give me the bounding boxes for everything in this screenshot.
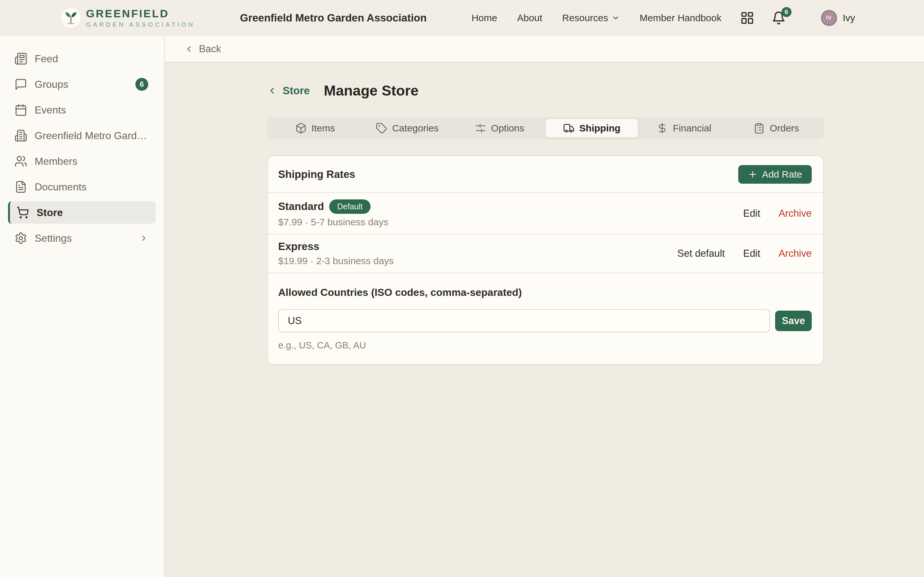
notification-count-badge: 6 (782, 7, 792, 17)
tab-financial[interactable]: Financial (638, 119, 730, 137)
cart-icon (16, 206, 29, 219)
rate-details: $7.99 · 5-7 business days (278, 217, 389, 227)
nav-home[interactable]: Home (472, 13, 497, 23)
message-icon (15, 78, 27, 91)
set-default-link[interactable]: Set default (677, 248, 725, 259)
dollar-icon (656, 122, 668, 134)
brand-logo[interactable]: GREENFIELD GARDEN ASSOCIATION (61, 7, 195, 28)
tab-shipping[interactable]: Shipping (546, 119, 638, 137)
add-rate-button[interactable]: Add Rate (738, 165, 812, 184)
sprout-logo-icon (61, 8, 81, 28)
sliders-icon (475, 122, 486, 134)
tab-orders[interactable]: Orders (730, 119, 822, 137)
users-icon (15, 155, 27, 168)
sidebar-item-events[interactable]: Events (0, 97, 164, 123)
user-menu[interactable]: IV Ivy (821, 10, 855, 26)
app-header: GREENFIELD GARDEN ASSOCIATION Greenfield… (0, 0, 924, 36)
save-countries-button[interactable]: Save (775, 311, 812, 331)
chevron-down-icon (612, 14, 620, 22)
user-name: Ivy (843, 13, 855, 23)
rate-row-express: Express $19.99 · 2-3 business days Set d… (268, 234, 823, 273)
sidebar-item-organization[interactable]: Greenfield Metro Garden… (0, 123, 164, 148)
brand-tagline: GARDEN ASSOCIATION (86, 21, 195, 28)
building-icon (15, 129, 27, 142)
gear-icon (15, 232, 27, 245)
groups-count-badge: 6 (136, 78, 148, 91)
store-tabs: Items Categories Options (267, 117, 824, 139)
sidebar-item-documents[interactable]: Documents (0, 174, 164, 200)
rate-row-standard: Standard Default $7.99 · 5-7 business da… (268, 193, 823, 234)
chevron-left-icon (184, 44, 194, 54)
tab-items[interactable]: Items (269, 119, 361, 137)
rate-details: $19.99 · 2-3 business days (278, 255, 394, 266)
main-area: Back Store Manage Store Items (165, 36, 924, 577)
truck-icon (563, 122, 575, 134)
edit-rate-link[interactable]: Edit (743, 208, 760, 219)
shipping-rates-panel: Shipping Rates Add Rate Standard Default… (267, 155, 824, 365)
site-title: Greenfield Metro Garden Association (240, 12, 427, 24)
tab-categories[interactable]: Categories (361, 119, 454, 137)
nav-member-handbook[interactable]: Member Handbook (640, 13, 722, 23)
sidebar-item-feed[interactable]: Feed (0, 46, 164, 71)
apps-grid-icon[interactable] (740, 11, 754, 25)
allowed-countries-section: Allowed Countries (ISO codes, comma-sepa… (268, 273, 823, 364)
package-icon (295, 122, 307, 134)
allowed-countries-input[interactable] (278, 309, 770, 332)
notifications-bell-icon[interactable]: 6 (772, 11, 786, 25)
panel-title: Shipping Rates (278, 168, 355, 181)
archive-rate-link[interactable]: Archive (779, 208, 812, 219)
tag-icon (376, 122, 387, 134)
clipboard-icon (753, 122, 765, 134)
nav-about[interactable]: About (517, 13, 542, 23)
archive-rate-link[interactable]: Archive (779, 248, 812, 259)
sidebar-item-members[interactable]: Members (0, 148, 164, 174)
sidebar-item-groups[interactable]: Groups 6 (0, 71, 164, 97)
countries-hint: e.g., US, CA, GB, AU (278, 340, 812, 351)
main-nav: Home About Resources Member Handbook (472, 13, 722, 23)
allowed-countries-label: Allowed Countries (ISO codes, comma-sepa… (278, 287, 812, 298)
sidebar-item-settings[interactable]: Settings (0, 226, 164, 251)
breadcrumb-store[interactable]: Store (267, 85, 310, 97)
plus-icon (748, 169, 758, 179)
edit-rate-link[interactable]: Edit (743, 248, 760, 259)
chevron-left-icon (267, 86, 277, 95)
avatar: IV (821, 10, 837, 26)
sidebar: Feed Groups 6 Events Greenfield Metro Ga… (0, 36, 165, 577)
newspaper-icon (15, 52, 27, 65)
sidebar-item-store[interactable]: Store (8, 201, 156, 224)
page-title: Manage Store (324, 82, 418, 99)
rate-name: Standard (278, 200, 324, 213)
brand-name: GREENFIELD (86, 7, 195, 20)
default-badge: Default (329, 199, 371, 214)
tab-options[interactable]: Options (453, 119, 546, 137)
document-icon (15, 181, 27, 193)
back-button[interactable]: Back (184, 43, 221, 55)
chevron-right-icon (139, 234, 148, 243)
back-bar: Back (165, 36, 924, 63)
calendar-icon (15, 103, 27, 116)
nav-resources[interactable]: Resources (562, 13, 620, 23)
rate-name: Express (278, 240, 319, 253)
